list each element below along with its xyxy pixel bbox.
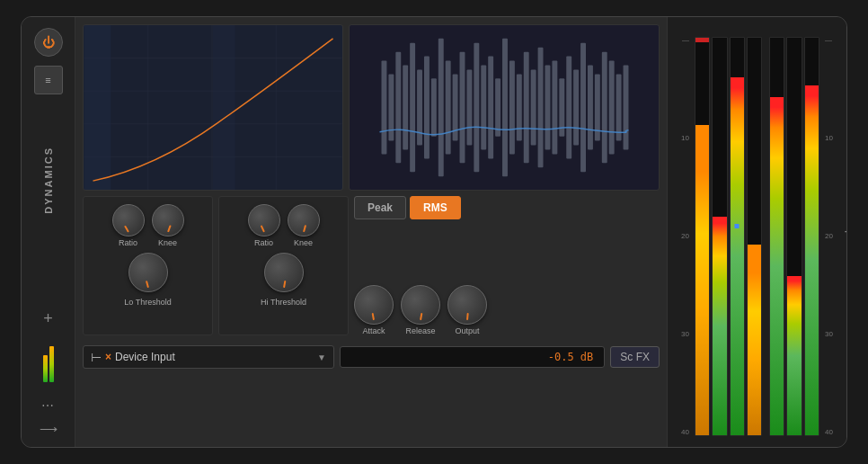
lo-knee-indicator (167, 225, 172, 232)
scale-20-left: 20 (671, 233, 689, 240)
meter-2-bar (713, 217, 726, 435)
main-content: Ratio Knee Lo Threshold (75, 17, 667, 447)
svg-rect-11 (395, 52, 401, 164)
left-sidebar: ⏻ ≡ DYNAMICS + ⋯ ⟶ (22, 17, 75, 447)
meter-1-bar (695, 125, 709, 435)
meter-6 (786, 37, 802, 436)
lo-threshold-knob[interactable] (128, 253, 168, 292)
meter-6-bar (787, 276, 801, 435)
lo-threshold-label: Lo Threshold (124, 298, 171, 307)
attack-knob[interactable] (354, 285, 394, 325)
bars-area (695, 24, 819, 440)
svg-rect-36 (573, 69, 579, 145)
peak-button[interactable]: Peak (354, 196, 406, 219)
waveform-display (349, 24, 660, 191)
svg-rect-40 (602, 52, 607, 164)
release-knob[interactable] (401, 285, 440, 325)
hi-knee-col: Knee (288, 204, 320, 247)
lo-threshold-indicator (145, 281, 148, 288)
lo-section: Ratio Knee Lo Threshold (83, 196, 213, 335)
meter-2 (712, 37, 727, 436)
svg-rect-14 (417, 69, 422, 145)
add-right-button[interactable]: + (844, 223, 847, 242)
route-button[interactable]: ⟶ (40, 422, 58, 436)
plugin-container: ⏻ ≡ DYNAMICS + ⋯ ⟶ (21, 16, 847, 448)
scale-30-right: 30 (825, 331, 843, 338)
svg-rect-25 (495, 78, 500, 136)
sc-fx-button[interactable]: Sc FX (610, 346, 660, 368)
attack-indicator (372, 313, 375, 320)
add-left-button[interactable]: + (43, 309, 53, 328)
svg-rect-21 (466, 69, 472, 145)
folder-button[interactable]: ≡ (34, 66, 63, 94)
mini-meters-left (43, 337, 54, 382)
lo-knee-knob[interactable] (152, 204, 184, 236)
svg-rect-24 (488, 57, 493, 159)
output-indicator (466, 313, 469, 320)
scale-10-left: 10 (671, 135, 689, 142)
device-input-area[interactable]: ⊢ × Device Input ▼ (83, 345, 334, 369)
curve-display (83, 24, 343, 191)
hi-knob-row: Ratio Knee (248, 204, 320, 247)
hi-ratio-knob[interactable] (248, 204, 280, 236)
power-button[interactable]: ⏻ (34, 28, 63, 57)
svg-rect-15 (424, 57, 430, 159)
scale-20-right: 20 (825, 233, 843, 240)
scale-40-right: 40 (825, 429, 843, 436)
meter-3 (730, 37, 745, 436)
scale-40-left: 40 (671, 429, 689, 436)
hi-knee-knob[interactable] (288, 204, 320, 236)
meter-1-clip (695, 38, 709, 42)
svg-rect-29 (524, 52, 529, 164)
svg-rect-23 (481, 66, 486, 150)
device-icon: ⊢ (91, 350, 102, 364)
svg-rect-32 (545, 66, 551, 150)
device-x-icon: × (105, 351, 111, 363)
meter-3-blue-dot (735, 224, 740, 228)
output-knob[interactable] (447, 285, 487, 325)
svg-rect-20 (460, 52, 465, 164)
lo-knob-row: Ratio Knee (112, 204, 184, 247)
folder-icon: ≡ (45, 75, 50, 85)
peak-rms-row: Peak RMS (354, 196, 660, 219)
attack-release-row: Attack Release Output (354, 225, 660, 335)
scale-top-left: — (671, 37, 689, 44)
svg-rect-35 (566, 57, 571, 159)
hi-threshold-knob[interactable] (264, 253, 304, 292)
mini-meter-bar-2 (49, 346, 54, 382)
scale-30-left: 30 (671, 331, 689, 338)
rms-button[interactable]: RMS (410, 196, 461, 219)
attack-col: Attack (354, 285, 394, 335)
release-indicator (420, 313, 422, 320)
svg-rect-31 (538, 48, 544, 168)
mini-meter-bar-1 (43, 355, 48, 382)
lo-ratio-label: Ratio (119, 238, 137, 247)
controls-row: Ratio Knee Lo Threshold (83, 196, 660, 335)
svg-rect-42 (616, 74, 622, 140)
left-meter-scale: — 10 20 30 40 (671, 24, 691, 440)
lo-ratio-knob[interactable] (112, 204, 145, 236)
svg-rect-13 (410, 43, 415, 172)
scale-top-right: — (825, 37, 843, 44)
meter-5-bar (770, 97, 784, 435)
meter-4-bar (748, 245, 761, 435)
hi-ratio-indicator (260, 225, 264, 232)
db-display: -0.5 dB (340, 346, 605, 368)
release-label: Release (405, 326, 435, 335)
top-row (83, 24, 660, 191)
svg-rect-38 (588, 66, 593, 150)
plugin-name-label: DYNAMICS (43, 147, 54, 214)
svg-rect-8 (213, 25, 235, 190)
svg-rect-33 (552, 61, 557, 155)
svg-rect-27 (509, 61, 515, 155)
dots-button[interactable]: ⋯ (41, 398, 55, 413)
device-name-label: Device Input (115, 351, 314, 363)
svg-rect-10 (388, 74, 394, 140)
hi-section: Ratio Knee Hi Threshold (218, 196, 349, 335)
svg-rect-28 (517, 74, 522, 140)
scale-10-right: 10 (825, 135, 843, 142)
svg-rect-18 (446, 61, 451, 155)
meter-7-bar (805, 85, 819, 435)
meter-7 (804, 37, 819, 436)
release-col: Release (401, 285, 440, 335)
